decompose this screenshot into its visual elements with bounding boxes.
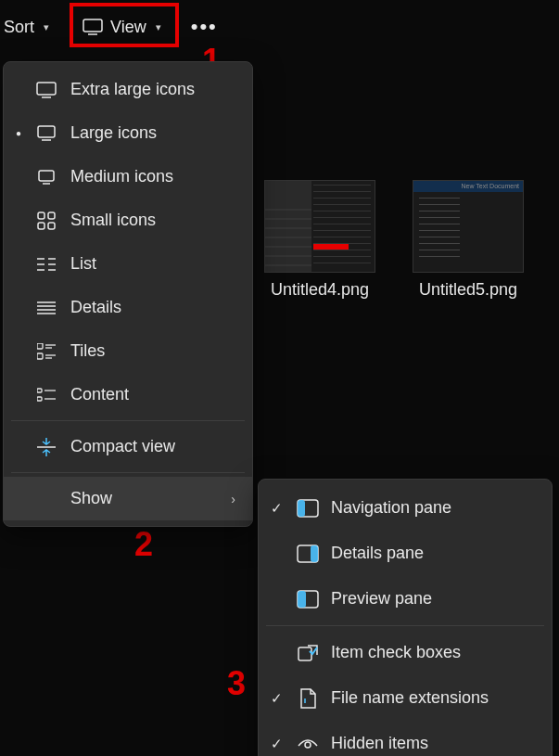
- menu-item-label: Medium icons: [70, 167, 235, 186]
- svg-rect-28: [37, 389, 42, 392]
- eye-icon: [296, 737, 320, 751]
- menu-item-label: Tiles: [70, 341, 235, 361]
- svg-rect-9: [48, 212, 55, 219]
- show-option-navigation-pane[interactable]: ✓ Navigation pane: [259, 485, 552, 531]
- list-icon: [35, 257, 57, 272]
- view-option-tiles[interactable]: Tiles: [4, 329, 252, 373]
- file-name: Untitled4.png: [271, 280, 369, 300]
- submenu-item-label: File name extensions: [331, 688, 535, 708]
- svg-rect-25: [37, 353, 43, 359]
- file-item[interactable]: Untitled4.png: [260, 180, 380, 300]
- chevron-down-icon: ▾: [44, 21, 49, 33]
- view-option-compact[interactable]: Compact view: [4, 425, 252, 468]
- svg-rect-4: [38, 126, 55, 137]
- svg-rect-6: [39, 171, 54, 181]
- view-option-show[interactable]: Show ›: [4, 477, 252, 520]
- more-button[interactable]: •••: [184, 15, 225, 39]
- show-option-file-name-extensions[interactable]: ✓ File name extensions: [259, 675, 552, 721]
- view-option-medium-icons[interactable]: Medium icons: [4, 155, 252, 199]
- view-option-content[interactable]: Content: [4, 373, 252, 416]
- submenu-item-label: Navigation pane: [331, 498, 535, 518]
- svg-rect-38: [298, 591, 306, 608]
- details-icon: [35, 301, 57, 314]
- svg-rect-11: [48, 223, 55, 229]
- svg-rect-34: [298, 500, 305, 517]
- file-thumbnail: New Text Document: [413, 180, 524, 273]
- submenu-item-label: Item check boxes: [331, 643, 535, 662]
- svg-rect-10: [38, 223, 44, 229]
- tiles-icon: [35, 343, 57, 360]
- compact-view-icon: [35, 438, 57, 456]
- view-option-list[interactable]: List: [4, 242, 252, 286]
- checkbox-icon: [296, 644, 320, 662]
- menu-separator: [11, 472, 245, 473]
- file-grid: Untitled4.png New Text Document Untitled…: [260, 180, 528, 300]
- svg-rect-39: [299, 647, 311, 660]
- content-icon: [35, 388, 57, 403]
- menu-separator: [11, 420, 245, 421]
- navigation-pane-icon: [296, 499, 320, 518]
- medium-icons-icon: [35, 170, 57, 185]
- check-icon: ✓: [268, 736, 285, 752]
- menu-item-label: Extra large icons: [70, 80, 235, 99]
- annotation-number-3: 3: [227, 664, 246, 703]
- file-icon: [296, 688, 320, 709]
- menu-item-label: Content: [70, 385, 235, 404]
- svg-rect-36: [311, 545, 318, 562]
- show-option-preview-pane[interactable]: Preview pane: [259, 576, 552, 621]
- view-option-small-icons[interactable]: Small icons: [4, 199, 252, 242]
- svg-rect-22: [37, 343, 43, 349]
- svg-rect-2: [37, 83, 56, 95]
- menu-item-label: Compact view: [70, 437, 235, 456]
- check-icon: ✓: [268, 690, 285, 707]
- extra-large-icons-icon: [35, 82, 57, 98]
- small-icons-icon: [35, 211, 57, 230]
- submenu-item-label: Preview pane: [331, 589, 535, 609]
- show-submenu: ✓ Navigation pane Details pane Preview p…: [258, 479, 553, 756]
- check-icon: ✓: [268, 500, 285, 517]
- submenu-item-label: Hidden items: [331, 734, 535, 753]
- menu-item-label: Details: [70, 298, 235, 317]
- sort-button[interactable]: Sort ▾: [4, 10, 60, 45]
- annotation-box-1: [70, 3, 179, 47]
- submenu-item-label: Details pane: [331, 544, 535, 563]
- sort-label: Sort: [4, 18, 34, 37]
- svg-point-41: [305, 742, 311, 748]
- selected-bullet-icon: ●: [15, 128, 22, 138]
- menu-item-label: List: [70, 254, 235, 274]
- chevron-right-icon: ›: [231, 492, 235, 506]
- menu-item-label: Small icons: [70, 211, 235, 230]
- view-dropdown-menu: Extra large icons ● Large icons Medium i…: [3, 61, 253, 527]
- show-option-details-pane[interactable]: Details pane: [259, 531, 552, 576]
- view-option-large-icons[interactable]: ● Large icons: [4, 111, 252, 155]
- show-option-item-check-boxes[interactable]: Item check boxes: [259, 630, 552, 675]
- view-option-details[interactable]: Details: [4, 286, 252, 329]
- svg-rect-30: [37, 397, 42, 401]
- file-thumbnail: [264, 180, 375, 273]
- view-option-extra-large-icons[interactable]: Extra large icons: [4, 68, 252, 111]
- file-name: Untitled5.png: [419, 280, 517, 300]
- details-pane-icon: [296, 545, 320, 563]
- menu-separator: [266, 625, 544, 626]
- preview-pane-icon: [296, 590, 320, 609]
- annotation-number-2: 2: [134, 525, 153, 564]
- show-option-hidden-items[interactable]: ✓ Hidden items: [259, 721, 552, 756]
- menu-item-label: Large icons: [70, 123, 235, 143]
- menu-item-label: Show: [70, 489, 218, 508]
- large-icons-icon: [35, 125, 57, 141]
- svg-rect-8: [38, 212, 44, 219]
- file-item[interactable]: New Text Document Untitled5.png: [408, 180, 528, 300]
